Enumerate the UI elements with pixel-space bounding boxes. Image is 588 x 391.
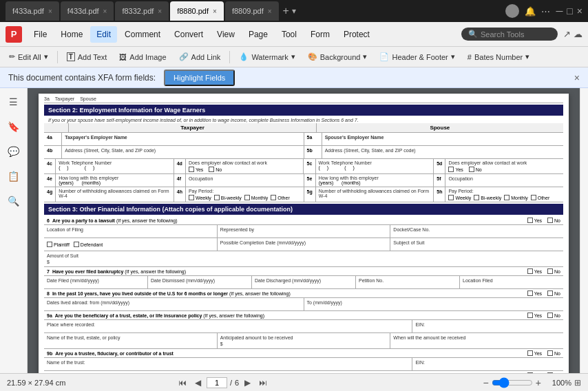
sidebar-pages-icon[interactable]: 📋 bbox=[6, 168, 22, 184]
5d-no[interactable]: No bbox=[469, 167, 482, 172]
8-no[interactable]: No bbox=[547, 290, 560, 296]
5d-yes[interactable]: Yes bbox=[448, 167, 463, 172]
4h-monthly[interactable]: Monthly bbox=[244, 195, 269, 200]
notification-icon[interactable]: 🔔 bbox=[525, 6, 536, 17]
menu-items: P File Home Edit Comment Convert View Pa… bbox=[6, 26, 376, 43]
bates-number-button[interactable]: # Bates Number ▾ bbox=[463, 50, 534, 63]
10-no[interactable]: No bbox=[547, 372, 560, 373]
9a-no[interactable]: No bbox=[547, 313, 560, 318]
header-footer-icon: 📄 bbox=[379, 52, 389, 61]
4h-biweekly[interactable]: Bi-weekly bbox=[214, 195, 242, 200]
last-page-button[interactable]: ⏭ bbox=[256, 377, 270, 389]
fit-page-button[interactable]: ⊞ bbox=[574, 378, 581, 388]
cell-location-filing: Location of Filing bbox=[44, 225, 218, 237]
7-yes[interactable]: Yes bbox=[527, 268, 542, 274]
form-row-7: 7 Have you ever filed bankruptcy (If yes… bbox=[44, 267, 563, 289]
zoom-out-button[interactable]: − bbox=[483, 377, 489, 388]
sidebar-comment-icon[interactable]: 💬 bbox=[6, 143, 22, 160]
tab-f433d-close[interactable]: × bbox=[103, 8, 107, 15]
watermark-button[interactable]: 💧 Watermark ▾ bbox=[234, 50, 300, 63]
tab-f433a[interactable]: f433a.pdf × bbox=[6, 1, 59, 21]
sidebar-bookmark-icon[interactable]: 🔖 bbox=[6, 118, 22, 135]
cell-date-discharged: Date Discharged (mm/dd/yyyy) bbox=[252, 276, 356, 288]
4d-no[interactable]: No bbox=[209, 167, 222, 172]
tab-f8880-close[interactable]: × bbox=[213, 8, 217, 15]
notification-close-button[interactable]: × bbox=[574, 72, 580, 83]
add-link-button[interactable]: 🔗 Add Link bbox=[174, 50, 226, 63]
menu-comment[interactable]: Comment bbox=[118, 26, 167, 43]
sidebar-menu-icon[interactable]: ☰ bbox=[6, 94, 22, 110]
plaintiff-checkbox[interactable]: Plaintiff bbox=[47, 242, 70, 247]
more-options-icon[interactable]: ⋯ bbox=[541, 6, 550, 17]
menu-home[interactable]: Home bbox=[54, 26, 89, 43]
tab-f433d-label: f433d.pdf bbox=[67, 7, 99, 15]
header-footer-dropdown-icon[interactable]: ▾ bbox=[451, 52, 455, 61]
5h-monthly[interactable]: Monthly bbox=[504, 195, 528, 200]
7-no[interactable]: No bbox=[547, 268, 560, 274]
edit-all-button[interactable]: ✏ Edit All ▾ bbox=[4, 50, 53, 63]
add-image-label: Add Image bbox=[129, 53, 166, 61]
bates-number-dropdown-icon[interactable]: ▾ bbox=[525, 52, 529, 61]
menu-protect[interactable]: Protect bbox=[337, 26, 376, 43]
menu-page[interactable]: Page bbox=[242, 26, 274, 43]
header-footer-button[interactable]: 📄 Header & Footer ▾ bbox=[375, 50, 459, 63]
10-yes[interactable]: Yes bbox=[527, 372, 542, 373]
minimize-button[interactable]: ─ bbox=[556, 6, 563, 17]
breadcrumb: 3a Taxpayer Spouse bbox=[44, 96, 563, 103]
4d-yes[interactable]: Yes bbox=[189, 167, 203, 172]
share-icon[interactable]: ↗ bbox=[563, 29, 571, 39]
close-button[interactable]: × bbox=[577, 6, 582, 17]
4h-weekly[interactable]: Weekly bbox=[189, 195, 211, 200]
tab-f8809-close[interactable]: × bbox=[268, 8, 272, 15]
tab-f433a-close[interactable]: × bbox=[48, 8, 52, 15]
menu-tool[interactable]: Tool bbox=[275, 26, 303, 43]
tab-f8809[interactable]: f8809.pdf × bbox=[225, 1, 279, 21]
tab-f8332-close[interactable]: × bbox=[158, 8, 162, 15]
watermark-dropdown-icon[interactable]: ▾ bbox=[291, 52, 295, 61]
zoom-slider[interactable] bbox=[492, 377, 533, 388]
6-yes[interactable]: Yes bbox=[527, 218, 542, 223]
9b-no[interactable]: No bbox=[547, 350, 560, 356]
menu-file[interactable]: File bbox=[28, 26, 53, 43]
next-page-button[interactable]: ▶ bbox=[242, 377, 253, 389]
tab-f433a-label: f433a.pdf bbox=[12, 7, 44, 15]
sidebar-left: ☰ 🔖 💬 📋 🔍 bbox=[0, 88, 28, 373]
maximize-button[interactable]: □ bbox=[567, 6, 572, 17]
row-8-question: 8 In the past 10 years, have you lived o… bbox=[44, 289, 563, 297]
5h-biweekly[interactable]: Bi-weekly bbox=[474, 195, 501, 200]
add-image-button[interactable]: 🖼 Add Image bbox=[114, 51, 171, 63]
tab-f8880[interactable]: f8880.pdf × bbox=[170, 1, 224, 21]
section2-col-headers: Taxpayer Spouse bbox=[44, 123, 563, 133]
cloud-icon[interactable]: ☁ bbox=[574, 29, 582, 39]
sidebar-search-icon[interactable]: 🔍 bbox=[6, 193, 22, 209]
tab-f8332[interactable]: f8332.pdf × bbox=[115, 1, 169, 21]
prev-page-button[interactable]: ◀ bbox=[192, 377, 204, 389]
defendant-checkbox[interactable]: Defendant bbox=[74, 242, 103, 247]
background-button[interactable]: 🎨 Background ▾ bbox=[303, 50, 372, 63]
menu-form[interactable]: Form bbox=[304, 26, 336, 43]
first-page-button[interactable]: ⏮ bbox=[176, 377, 189, 389]
highlight-fields-button[interactable]: Highlight Fields bbox=[164, 70, 235, 86]
tab-f433d[interactable]: f433d.pdf × bbox=[61, 1, 114, 21]
search-bar[interactable]: 🔍 Search Tools bbox=[461, 28, 558, 41]
tab-overflow-button[interactable]: ▾ bbox=[292, 6, 296, 16]
menu-edit[interactable]: Edit bbox=[90, 26, 117, 43]
9b-yes[interactable]: Yes bbox=[527, 350, 542, 356]
add-text-button[interactable]: T Add Text bbox=[62, 50, 112, 63]
menu-view[interactable]: View bbox=[211, 26, 241, 43]
header-footer-label: Header & Footer bbox=[392, 53, 448, 61]
5h-other[interactable]: Other bbox=[531, 195, 550, 200]
cell-completion-date: Possible Completion Date (mm/dd/yyyy) bbox=[218, 238, 391, 251]
6-no[interactable]: No bbox=[547, 218, 560, 223]
edit-all-dropdown-icon[interactable]: ▾ bbox=[44, 52, 48, 61]
menu-convert[interactable]: Convert bbox=[168, 26, 209, 43]
zoom-in-button[interactable]: + bbox=[536, 377, 541, 388]
4h-other[interactable]: Other bbox=[271, 195, 290, 200]
5h-weekly[interactable]: Weekly bbox=[448, 195, 471, 200]
9a-yes[interactable]: Yes bbox=[527, 313, 542, 318]
8-yes[interactable]: Yes bbox=[527, 290, 542, 296]
edit-all-label: Edit All bbox=[18, 53, 41, 61]
add-tab-button[interactable]: + bbox=[283, 5, 289, 17]
background-dropdown-icon[interactable]: ▾ bbox=[363, 52, 367, 61]
current-page-input[interactable] bbox=[207, 377, 227, 388]
